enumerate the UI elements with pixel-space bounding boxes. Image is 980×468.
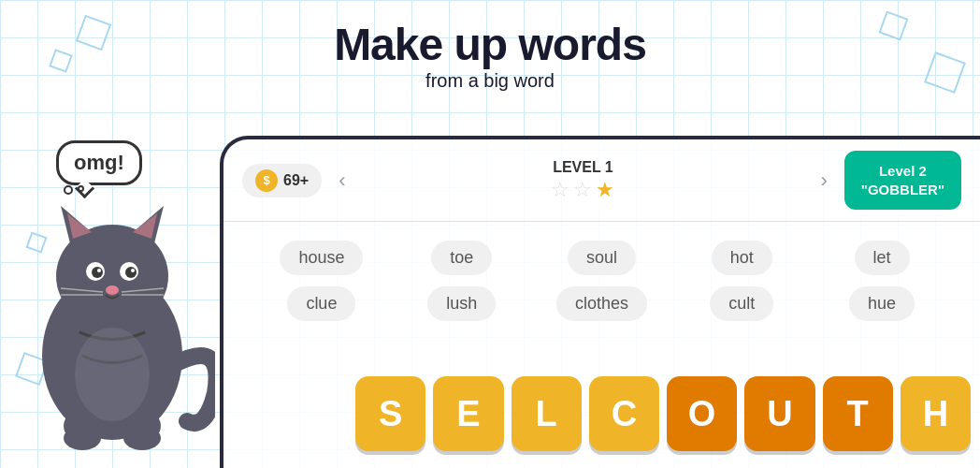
word-clue: clue: [287, 286, 355, 321]
svg-point-20: [64, 426, 101, 450]
star-2: ☆: [573, 178, 592, 202]
word-let: let: [855, 241, 910, 275]
word-pill-toe[interactable]: toe: [392, 241, 532, 275]
next-level-button[interactable]: Level 2 "GOBBLER": [844, 151, 961, 210]
word-clothes: clothes: [556, 286, 647, 321]
tile-c[interactable]: C: [589, 376, 659, 451]
next-level-line2: "GOBBLER": [861, 181, 944, 199]
star-1: ☆: [551, 178, 569, 202]
nav-left-button[interactable]: ‹: [331, 165, 353, 197]
word-toe: toe: [431, 241, 492, 275]
tile-o[interactable]: O: [667, 376, 737, 451]
cat-area: omg!: [0, 131, 243, 468]
tile-s[interactable]: S: [355, 376, 425, 451]
bubble-circles: [64, 185, 84, 195]
word-pill-lush[interactable]: lush: [392, 286, 532, 321]
level-info: LEVEL 1 ☆ ☆ ★: [362, 159, 803, 202]
word-house: house: [280, 241, 363, 275]
coin-icon: $: [255, 169, 278, 192]
tile-h[interactable]: H: [901, 376, 971, 451]
bubble-dot-2: [78, 185, 84, 192]
word-pill-soul[interactable]: soul: [532, 241, 672, 275]
word-pill-clue[interactable]: clue: [252, 286, 392, 321]
tile-t[interactable]: T: [823, 376, 893, 451]
word-pill-hot[interactable]: hot: [671, 241, 812, 275]
star-3: ★: [596, 178, 614, 202]
svg-point-11: [131, 269, 135, 272]
word-soul: soul: [568, 241, 636, 275]
svg-point-19: [75, 328, 150, 421]
coin-badge: $ 69+: [242, 164, 322, 197]
words-area: house toe soul hot let clue lush clothes…: [223, 222, 980, 330]
word-lush: lush: [427, 286, 496, 321]
speech-bubble: omg!: [56, 140, 142, 185]
level-label: LEVEL 1: [362, 159, 803, 176]
page-subtitle: from a big word: [334, 70, 646, 92]
coin-amount: 69+: [283, 172, 309, 189]
page-title: Make up words: [334, 19, 646, 70]
nav-right-button[interactable]: ›: [813, 165, 834, 197]
tiles-row: S E L C O U T H: [355, 376, 971, 451]
bubble-dot-1: [64, 185, 73, 195]
word-pill-house[interactable]: house: [252, 241, 392, 275]
svg-point-8: [92, 267, 103, 278]
stars-container: ☆ ☆ ★: [362, 178, 803, 202]
tile-e[interactable]: E: [433, 376, 503, 451]
word-pill-cult[interactable]: cult: [671, 286, 812, 321]
cat-illustration: [9, 150, 215, 468]
svg-point-9: [125, 267, 137, 278]
word-pill-let[interactable]: let: [812, 241, 952, 275]
header: Make up words from a big word: [334, 19, 646, 92]
word-cult: cult: [710, 286, 773, 321]
tile-l[interactable]: L: [512, 376, 582, 451]
svg-point-12: [106, 285, 119, 295]
word-hue: hue: [849, 286, 915, 321]
next-level-line1: Level 2: [861, 162, 944, 181]
svg-point-10: [97, 269, 101, 272]
word-pill-clothes[interactable]: clothes: [532, 286, 672, 321]
word-hot: hot: [712, 241, 772, 275]
word-pill-hue[interactable]: hue: [812, 286, 952, 321]
tile-u[interactable]: U: [744, 376, 814, 451]
speech-text: omg!: [74, 151, 124, 174]
svg-point-21: [123, 426, 161, 450]
game-topbar: $ 69+ ‹ LEVEL 1 ☆ ☆ ★ › Level 2 "GOBBLER…: [223, 139, 980, 222]
